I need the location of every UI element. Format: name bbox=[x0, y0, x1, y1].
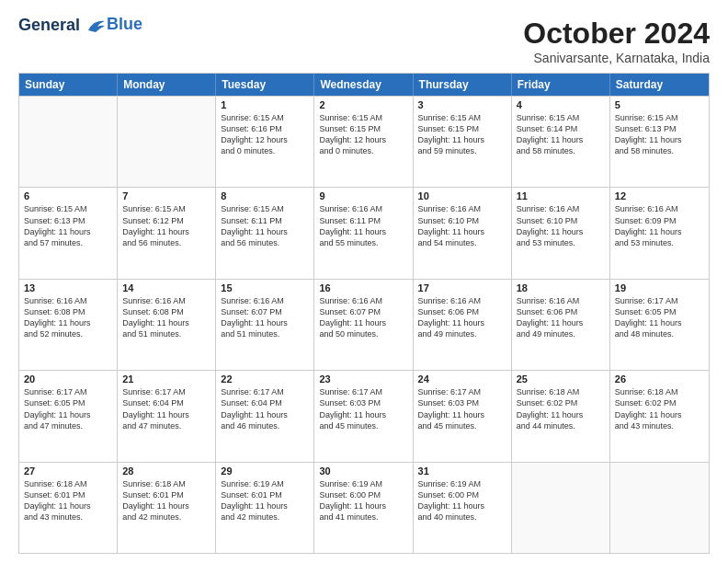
main-title: October 2024 bbox=[523, 17, 710, 51]
day-info-line: Daylight: 11 hours bbox=[122, 500, 210, 511]
day-info-line: and 43 minutes. bbox=[24, 511, 112, 523]
day-number: 12 bbox=[615, 190, 704, 201]
day-info-line: Sunrise: 6:18 AM bbox=[517, 386, 605, 397]
day-info-line: Daylight: 11 hours bbox=[418, 409, 506, 420]
day-number: 15 bbox=[221, 282, 309, 293]
day-number: 27 bbox=[24, 465, 112, 477]
day-info-line: Sunrise: 6:16 AM bbox=[221, 295, 309, 306]
day-info-line: Daylight: 11 hours bbox=[24, 500, 112, 511]
day-number: 26 bbox=[615, 373, 704, 385]
day-info-line: Sunset: 6:02 PM bbox=[615, 397, 704, 408]
day-info-line: Sunset: 6:00 PM bbox=[319, 489, 407, 500]
day-info-line: Sunset: 6:11 PM bbox=[319, 215, 407, 226]
day-info-line: and 58 minutes. bbox=[615, 145, 704, 156]
day-number: 18 bbox=[517, 282, 605, 293]
day-info-line: and 42 minutes. bbox=[221, 511, 309, 523]
header-day-sunday: Sunday bbox=[19, 74, 118, 96]
day-number: 5 bbox=[615, 99, 704, 110]
day-info-line: Sunrise: 6:17 AM bbox=[615, 295, 704, 306]
day-info-line: Daylight: 11 hours bbox=[221, 226, 309, 237]
day-info-line: Sunset: 6:05 PM bbox=[24, 397, 112, 408]
header-day-thursday: Thursday bbox=[414, 74, 512, 96]
day-info-line: Daylight: 11 hours bbox=[221, 500, 309, 511]
title-block: October 2024 Sanivarsante, Karnataka, In… bbox=[523, 17, 710, 65]
day-info-line: Sunrise: 6:16 AM bbox=[418, 203, 506, 214]
calendar-empty-cell bbox=[610, 463, 709, 553]
calendar-day-18: 18Sunrise: 6:16 AMSunset: 6:06 PMDayligh… bbox=[512, 280, 610, 370]
day-number: 23 bbox=[319, 373, 407, 385]
calendar-day-30: 30Sunrise: 6:19 AMSunset: 6:00 PMDayligh… bbox=[314, 463, 413, 553]
day-info-line: Sunset: 6:14 PM bbox=[517, 123, 605, 134]
day-info-line: Sunrise: 6:19 AM bbox=[418, 478, 506, 489]
day-info-line: Sunset: 6:06 PM bbox=[517, 306, 605, 317]
calendar: SundayMondayTuesdayWednesdayThursdayFrid… bbox=[18, 73, 710, 554]
day-number: 17 bbox=[418, 282, 506, 293]
calendar-day-5: 5Sunrise: 6:15 AMSunset: 6:13 PMDaylight… bbox=[610, 97, 709, 187]
calendar-day-17: 17Sunrise: 6:16 AMSunset: 6:06 PMDayligh… bbox=[414, 280, 512, 370]
logo: General Blue bbox=[18, 17, 142, 35]
day-info-line: and 52 minutes. bbox=[24, 328, 112, 339]
day-info-line: Daylight: 12 hours bbox=[221, 134, 309, 145]
day-number: 14 bbox=[122, 282, 210, 293]
day-info-line: Sunrise: 6:19 AM bbox=[319, 478, 407, 489]
calendar-empty-cell bbox=[19, 97, 118, 187]
day-info-line: Sunrise: 6:16 AM bbox=[319, 295, 407, 306]
calendar-day-8: 8Sunrise: 6:15 AMSunset: 6:11 PMDaylight… bbox=[216, 188, 314, 278]
day-info-line: Sunrise: 6:17 AM bbox=[418, 386, 506, 397]
day-info-line: Sunset: 6:01 PM bbox=[24, 489, 112, 500]
page: General Blue October 2024 Sanivarsante, … bbox=[0, 0, 728, 563]
day-number: 7 bbox=[122, 190, 210, 201]
day-info-line: Sunrise: 6:15 AM bbox=[319, 112, 407, 123]
day-info-line: Sunrise: 6:16 AM bbox=[418, 295, 506, 306]
day-info-line: Daylight: 11 hours bbox=[221, 317, 309, 328]
day-info-line: Daylight: 11 hours bbox=[517, 317, 605, 328]
day-info-line: and 58 minutes. bbox=[517, 145, 605, 156]
day-info-line: and 42 minutes. bbox=[122, 511, 210, 523]
day-info-line: Daylight: 11 hours bbox=[319, 500, 407, 511]
day-number: 16 bbox=[319, 282, 407, 293]
calendar-day-15: 15Sunrise: 6:16 AMSunset: 6:07 PMDayligh… bbox=[216, 280, 314, 370]
day-info-line: Sunset: 6:01 PM bbox=[122, 489, 210, 500]
calendar-day-1: 1Sunrise: 6:15 AMSunset: 6:16 PMDaylight… bbox=[216, 97, 314, 187]
day-info-line: Daylight: 11 hours bbox=[517, 409, 605, 420]
day-info-line: and 53 minutes. bbox=[517, 237, 605, 248]
day-number: 24 bbox=[418, 373, 506, 385]
day-info-line: Daylight: 11 hours bbox=[24, 409, 112, 420]
day-info-line: Daylight: 11 hours bbox=[24, 317, 112, 328]
calendar-day-26: 26Sunrise: 6:18 AMSunset: 6:02 PMDayligh… bbox=[610, 371, 709, 461]
day-info-line: and 46 minutes. bbox=[221, 420, 309, 431]
day-info-line: Sunset: 6:16 PM bbox=[221, 123, 309, 134]
day-info-line: and 51 minutes. bbox=[221, 328, 309, 339]
day-info-line: Sunset: 6:13 PM bbox=[615, 123, 704, 134]
day-number: 1 bbox=[221, 99, 309, 110]
calendar-day-2: 2Sunrise: 6:15 AMSunset: 6:15 PMDaylight… bbox=[314, 97, 413, 187]
calendar-week-5: 27Sunrise: 6:18 AMSunset: 6:01 PMDayligh… bbox=[19, 462, 709, 553]
day-info-line: Daylight: 11 hours bbox=[615, 226, 704, 237]
day-info-line: Sunset: 6:07 PM bbox=[319, 306, 407, 317]
header: General Blue October 2024 Sanivarsante, … bbox=[18, 17, 710, 65]
day-info-line: Daylight: 11 hours bbox=[418, 317, 506, 328]
day-info-line: Sunset: 6:12 PM bbox=[122, 215, 210, 226]
day-number: 29 bbox=[221, 465, 309, 477]
subtitle: Sanivarsante, Karnataka, India bbox=[523, 51, 710, 65]
calendar-day-24: 24Sunrise: 6:17 AMSunset: 6:03 PMDayligh… bbox=[414, 371, 512, 461]
day-info-line: and 45 minutes. bbox=[319, 420, 407, 431]
header-day-monday: Monday bbox=[118, 74, 216, 96]
day-info-line: and 55 minutes. bbox=[319, 237, 407, 248]
calendar-day-20: 20Sunrise: 6:17 AMSunset: 6:05 PMDayligh… bbox=[19, 371, 118, 461]
calendar-day-6: 6Sunrise: 6:15 AMSunset: 6:13 PMDaylight… bbox=[19, 188, 118, 278]
day-info-line: Daylight: 11 hours bbox=[418, 134, 506, 145]
day-number: 10 bbox=[418, 190, 506, 201]
day-info-line: and 44 minutes. bbox=[517, 420, 605, 431]
day-info-line: Sunset: 6:01 PM bbox=[221, 489, 309, 500]
day-info-line: Sunrise: 6:18 AM bbox=[615, 386, 704, 397]
calendar-day-22: 22Sunrise: 6:17 AMSunset: 6:04 PMDayligh… bbox=[216, 371, 314, 461]
day-info-line: Daylight: 11 hours bbox=[319, 317, 407, 328]
day-info-line: Sunrise: 6:15 AM bbox=[221, 112, 309, 123]
day-info-line: Sunset: 6:03 PM bbox=[319, 397, 407, 408]
calendar-day-12: 12Sunrise: 6:16 AMSunset: 6:09 PMDayligh… bbox=[610, 188, 709, 278]
day-info-line: Sunset: 6:06 PM bbox=[418, 306, 506, 317]
day-number: 31 bbox=[418, 465, 506, 477]
calendar-day-21: 21Sunrise: 6:17 AMSunset: 6:04 PMDayligh… bbox=[118, 371, 216, 461]
day-info-line: and 56 minutes. bbox=[221, 237, 309, 248]
